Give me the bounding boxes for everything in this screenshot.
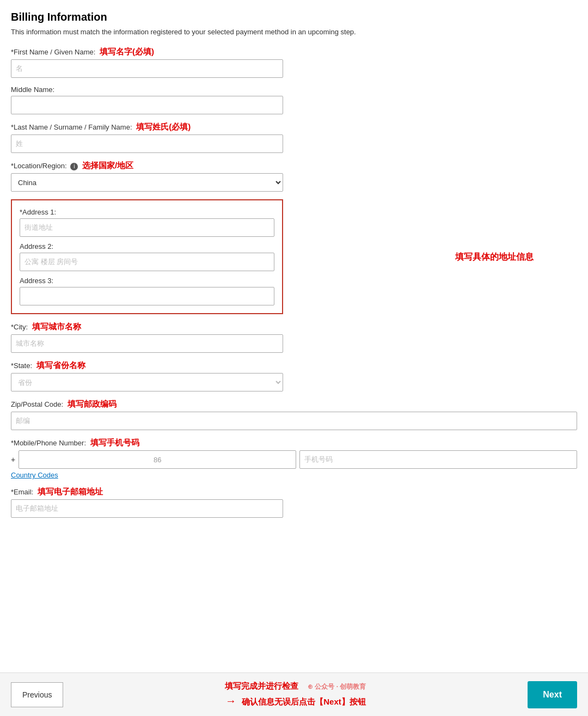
phone-row: +: [11, 450, 577, 469]
last-name-input[interactable]: [11, 134, 283, 153]
location-group: *Location/Region: i 选择国家/地区 China United…: [11, 161, 283, 192]
address1-group: *Address 1:: [20, 208, 274, 237]
address2-group: Address 2:: [20, 242, 274, 271]
last-name-label: *Last Name / Surname / Family Name: 填写姓氏…: [11, 122, 283, 132]
zip-label: Zip/Postal Code: 填写邮政编码: [11, 399, 577, 409]
first-name-input[interactable]: [11, 59, 283, 78]
middle-name-input[interactable]: [11, 96, 283, 114]
info-icon: i: [70, 163, 78, 170]
address3-group: Address 3:: [20, 277, 274, 305]
email-label: *Email: 填写电子邮箱地址: [11, 487, 283, 497]
address3-input[interactable]: [20, 287, 274, 305]
location-label: *Location/Region: i 选择国家/地区: [11, 161, 283, 171]
state-label: *State: 填写省份名称: [11, 360, 283, 371]
middle-name-label: Middle Name:: [11, 85, 283, 94]
previous-button[interactable]: Previous: [11, 682, 63, 707]
next-button[interactable]: Next: [528, 681, 577, 708]
city-label: *City: 填写城市名称: [11, 322, 283, 332]
state-select[interactable]: 省份 北京 上海 广东 浙江: [11, 373, 283, 391]
zip-input[interactable]: [11, 412, 577, 430]
page-title: Billing Information: [11, 11, 577, 23]
first-name-group: *First Name / Given Name: 填写名字(必填): [11, 47, 283, 78]
annotation-line1: 填写完成并进行检查 ⊕ 公众号 · 创萌教育: [74, 680, 517, 693]
state-group: *State: 填写省份名称 省份 北京 上海 广东 浙江: [11, 360, 283, 391]
arrow-icon: →: [225, 693, 236, 709]
phone-label: *Mobile/Phone Number: 填写手机号码: [11, 438, 577, 448]
page-description: This information must match the informat…: [11, 28, 577, 36]
address2-label: Address 2:: [20, 242, 274, 250]
address1-input[interactable]: [20, 218, 274, 237]
middle-name-group: Middle Name:: [11, 85, 283, 114]
country-codes-link[interactable]: Country Codes: [11, 471, 58, 479]
email-input[interactable]: [11, 499, 283, 518]
first-name-label: *First Name / Given Name: 填写名字(必填): [11, 47, 283, 57]
city-group: *City: 填写城市名称: [11, 322, 283, 353]
city-input[interactable]: [11, 334, 283, 353]
phone-country-code-input[interactable]: [19, 450, 296, 469]
location-select[interactable]: China United States Japan Korea Other: [11, 173, 283, 192]
phone-plus-sign: +: [11, 455, 15, 464]
address-annotation: 填写具体的地址信息: [455, 251, 534, 262]
bottom-bar: Previous 填写完成并进行检查 ⊕ 公众号 · 创萌教育 → 确认信息无误…: [0, 672, 588, 716]
address3-label: Address 3:: [20, 277, 274, 285]
zip-group: Zip/Postal Code: 填写邮政编码: [11, 399, 577, 430]
bottom-annotation: 填写完成并进行检查 ⊕ 公众号 · 创萌教育 → 确认信息无误后点击【Next】…: [63, 680, 528, 709]
address-box: *Address 1: Address 2: Address 3:: [11, 199, 283, 314]
address1-label: *Address 1:: [20, 208, 274, 216]
address2-input[interactable]: [20, 253, 274, 271]
watermark-icon-text: ⊕ 公众号 · 创萌教育: [308, 683, 366, 690]
last-name-group: *Last Name / Surname / Family Name: 填写姓氏…: [11, 122, 283, 153]
annotation-line2: → 确认信息无误后点击【Next】按钮: [74, 693, 517, 709]
phone-number-input[interactable]: [299, 450, 577, 469]
phone-group: *Mobile/Phone Number: 填写手机号码 + Country C…: [11, 438, 577, 479]
email-group: *Email: 填写电子邮箱地址: [11, 487, 283, 518]
